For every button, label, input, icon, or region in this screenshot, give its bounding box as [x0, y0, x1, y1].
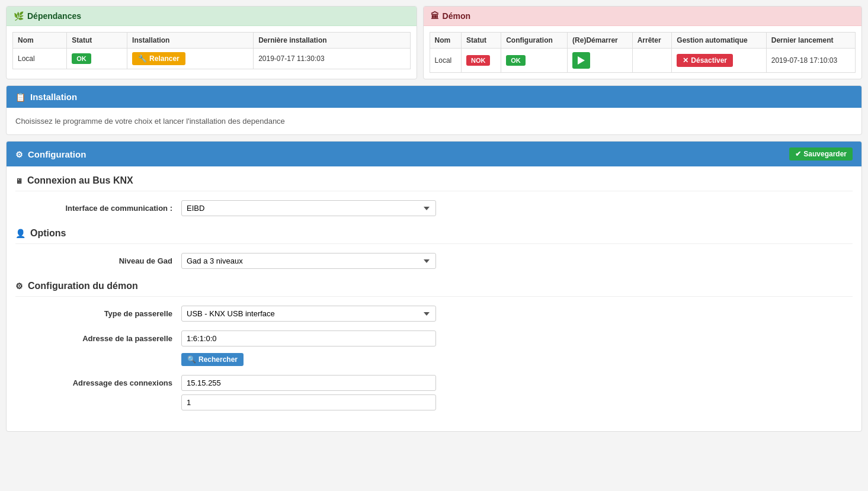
dep-derniere: 2019-07-17 11:30:03 — [254, 49, 410, 69]
dep-statut: OK — [67, 49, 127, 69]
col-installation: Installation — [127, 33, 254, 49]
cog-icon — [15, 149, 23, 159]
dcol-arreter: Arrêter — [632, 33, 672, 49]
dependances-title: Dépendances — [27, 11, 81, 21]
type-passerelle-row: Type de passerelle USB - KNX USB interfa… — [15, 306, 853, 322]
demon-title: Démon — [443, 11, 470, 21]
configuration-title: Configuration — [28, 149, 86, 159]
demon-config: OK — [501, 49, 568, 73]
type-passerelle-select[interactable]: USB - KNX USB interface IP - KNX IP inte… — [181, 306, 436, 322]
type-passerelle-control: USB - KNX USB interface IP - KNX IP inte… — [181, 306, 436, 322]
demon-lancement: 2019-07-18 17:10:03 — [766, 49, 855, 73]
installation-description: Choisissez le programme de votre choix e… — [7, 108, 861, 134]
cog2-icon — [15, 281, 23, 291]
dep-installation: Relancer — [127, 49, 254, 69]
interface-row: Interface de communication : EIBD KNXd O… — [15, 200, 853, 216]
table-row: Local OK Relancer 2019-07-17 11:30:03 — [13, 49, 411, 69]
installation-header: Installation — [7, 86, 861, 108]
niveau-control: Gad a 3 niveaux Gad a 2 niveaux — [181, 253, 436, 269]
interface-control: EIBD KNXd Other — [181, 200, 436, 216]
options-subsection: Options Niveau de Gad Gad a 3 niveaux Ga… — [15, 228, 853, 269]
type-passerelle-label: Type de passerelle — [15, 306, 181, 318]
installation-card: Installation Choisissez le programme de … — [6, 85, 862, 135]
interface-select[interactable]: EIBD KNXd Other — [181, 200, 436, 216]
col-nom: Nom — [13, 33, 67, 49]
book-icon — [15, 92, 25, 102]
adressage-input-2[interactable] — [181, 394, 436, 410]
connexion-title: Connexion au Bus KNX — [15, 175, 853, 191]
demon-config-title: Configuration du démon — [15, 281, 853, 297]
play-button[interactable] — [572, 52, 590, 69]
bank-icon — [431, 11, 439, 21]
demon-arreter — [632, 49, 672, 73]
demon-table: Nom Statut Configuration (Re)Démarrer Ar… — [430, 32, 856, 73]
relancer-button[interactable]: Relancer — [132, 52, 185, 65]
demon-body: Nom Statut Configuration (Re)Démarrer Ar… — [424, 26, 861, 79]
col-derniere: Dernière installation — [254, 33, 410, 49]
configuration-body: Connexion au Bus KNX Interface de commun… — [7, 166, 861, 431]
dependances-body: Nom Statut Installation Dernière install… — [7, 26, 417, 75]
rechercher-button[interactable]: Rechercher — [181, 353, 244, 366]
niveau-select[interactable]: Gad a 3 niveaux Gad a 2 niveaux — [181, 253, 436, 269]
configuration-card: Configuration Sauvegarder Connexion au B… — [6, 141, 862, 432]
adresse-passerelle-label: Adresse de la passerelle — [15, 330, 181, 343]
x-icon — [683, 56, 688, 65]
dependances-header: Dépendances — [7, 7, 417, 26]
demon-gestion: Désactiver — [672, 49, 766, 73]
server-icon — [15, 175, 23, 186]
niveau-row: Niveau de Gad Gad a 3 niveaux Gad a 2 ni… — [15, 253, 853, 269]
search-icon — [187, 355, 196, 364]
demon-nom: Local — [430, 49, 461, 73]
dcol-gestion: Gestion automatique — [672, 33, 766, 49]
top-row: Dépendances Nom Statut Installation Dern… — [6, 6, 862, 79]
options-title: Options — [15, 228, 853, 244]
demon-config-subsection: Configuration du démon Type de passerell… — [15, 281, 853, 410]
panel-dependances: Dépendances Nom Statut Installation Dern… — [6, 6, 417, 79]
demon-redemarrer — [568, 49, 633, 73]
installation-title: Installation — [30, 92, 77, 102]
configuration-header: Configuration Sauvegarder — [7, 142, 861, 166]
status-badge-ok: OK — [72, 53, 91, 64]
leaf-icon — [14, 11, 24, 21]
user-icon — [15, 228, 25, 239]
play-icon — [578, 56, 585, 65]
dcol-config: Configuration — [501, 33, 568, 49]
adressage-row: Adressage des connexions — [15, 375, 853, 410]
adressage-label: Adressage des connexions — [15, 375, 181, 387]
desactiver-button[interactable]: Désactiver — [677, 54, 733, 67]
dependances-table: Nom Statut Installation Dernière install… — [12, 32, 411, 69]
save-button[interactable]: Sauvegarder — [789, 147, 853, 161]
dep-nom: Local — [13, 49, 67, 69]
adressage-input-1[interactable] — [181, 375, 436, 391]
dcol-statut: Statut — [462, 33, 501, 49]
adressage-control — [181, 375, 436, 410]
dcol-nom: Nom — [430, 33, 461, 49]
adresse-passerelle-input[interactable] — [181, 330, 436, 346]
config-badge-ok: OK — [506, 55, 526, 66]
col-statut: Statut — [67, 33, 127, 49]
page-wrapper: Dépendances Nom Statut Installation Dern… — [0, 0, 868, 444]
dcol-lancement: Dernier lancement — [766, 33, 855, 49]
demon-statut: NOK — [462, 49, 501, 73]
adresse-passerelle-control: Rechercher — [181, 330, 436, 366]
table-row: Local NOK OK — [430, 49, 855, 73]
wrench-icon — [138, 54, 147, 63]
demon-header: Démon — [424, 7, 861, 26]
niveau-label: Niveau de Gad — [15, 253, 181, 265]
adresse-passerelle-row: Adresse de la passerelle Rechercher — [15, 330, 853, 366]
interface-label: Interface de communication : — [15, 200, 181, 213]
dcol-redemarrer: (Re)Démarrer — [568, 33, 633, 49]
connexion-subsection: Connexion au Bus KNX Interface de commun… — [15, 175, 853, 216]
status-badge-nok: NOK — [466, 55, 490, 66]
panel-demon: Démon Nom Statut Configuration (Re)Démar… — [423, 6, 862, 79]
save-icon — [795, 150, 801, 158]
